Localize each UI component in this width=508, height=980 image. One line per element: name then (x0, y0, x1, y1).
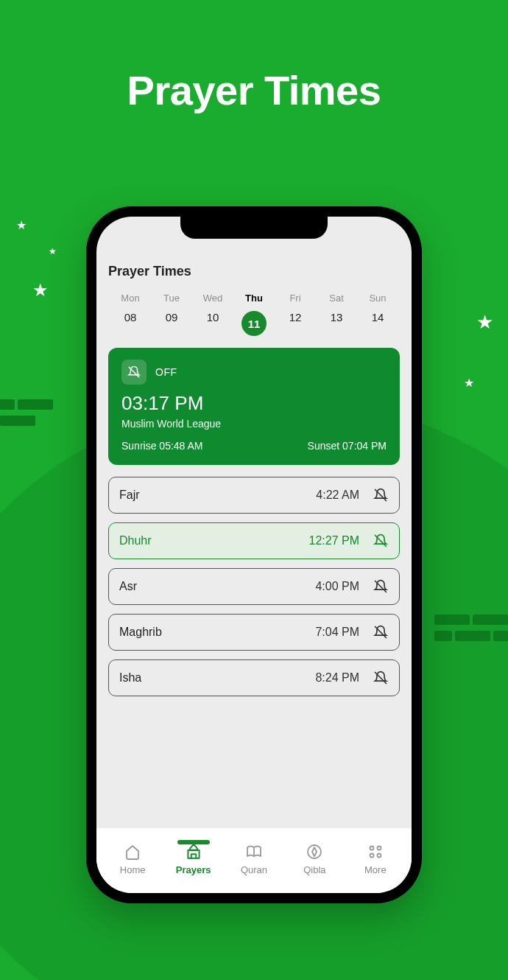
qibla-icon (306, 843, 323, 861)
phone-frame: Prayer Times Mon08Tue09Wed10Thu11Fri12Sa… (86, 206, 422, 903)
prayer-time: 7:04 PM (297, 626, 359, 639)
prayer-row[interactable]: Fajr4:22 AM (108, 477, 400, 514)
nav-active-indicator (177, 840, 210, 844)
sunrise-label: Sunrise 05:48 AM (121, 440, 203, 452)
day-selector-item[interactable]: Wed10 (192, 293, 233, 336)
day-selector-item[interactable]: Sat13 (316, 293, 357, 336)
star-icon: ★ (49, 246, 57, 256)
bell-off-icon (373, 625, 388, 640)
prayer-time: 4:22 AM (297, 489, 359, 502)
day-selector-item[interactable]: Tue09 (151, 293, 192, 336)
alarm-state-label: OFF (155, 366, 177, 378)
day-number-label: 14 (357, 311, 398, 323)
bell-off-icon (373, 579, 388, 594)
phone-notch (180, 217, 328, 239)
day-number-label: 09 (151, 311, 192, 323)
day-number-label: 12 (275, 311, 316, 323)
current-prayer-card: OFF 03:17 PM Muslim World League Sunrise… (108, 348, 400, 465)
day-of-week-label: Sat (316, 293, 357, 304)
nav-label: Prayers (163, 864, 223, 875)
brick-decoration (0, 398, 54, 430)
bell-off-icon (373, 671, 388, 685)
day-of-week-label: Thu (233, 293, 275, 304)
sunset-label: Sunset 07:04 PM (308, 440, 387, 452)
svg-point-3 (370, 853, 373, 857)
nav-tab-more[interactable]: More (345, 842, 406, 875)
quran-icon (244, 843, 264, 861)
prayer-name: Isha (119, 671, 297, 685)
phone-screen: Prayer Times Mon08Tue09Wed10Thu11Fri12Sa… (96, 217, 412, 893)
nav-label: Qibla (284, 864, 345, 875)
bottom-navbar: HomePrayersQuranQiblaMore (96, 828, 412, 893)
svg-point-2 (377, 846, 381, 850)
day-number-label: 13 (316, 311, 357, 323)
bell-off-icon (127, 365, 141, 379)
svg-point-4 (377, 853, 381, 857)
bell-off-icon (373, 533, 388, 548)
alarm-toggle-button[interactable] (121, 360, 147, 385)
prayer-alarm-toggle[interactable] (373, 671, 389, 685)
nav-label: Home (102, 864, 163, 875)
prayer-row[interactable]: Asr4:00 PM (108, 568, 400, 605)
day-selector: Mon08Tue09Wed10Thu11Fri12Sat13Sun14 (108, 293, 400, 345)
star-icon: ★ (16, 218, 27, 232)
day-of-week-label: Fri (275, 293, 316, 304)
home-icon (124, 843, 141, 861)
prayer-name: Maghrib (119, 626, 297, 639)
day-of-week-label: Wed (192, 293, 233, 304)
day-selector-item[interactable]: Sun14 (357, 293, 398, 336)
star-icon: ★ (32, 280, 49, 301)
prayer-alarm-toggle[interactable] (373, 533, 389, 548)
prayer-name: Fajr (119, 489, 297, 502)
prayer-alarm-toggle[interactable] (373, 625, 389, 640)
prayer-time: 12:27 PM (297, 534, 359, 547)
prayer-row[interactable]: Isha8:24 PM (108, 659, 400, 696)
day-selector-item[interactable]: Mon08 (110, 293, 151, 336)
prayer-alarm-toggle[interactable] (373, 488, 389, 503)
day-number-label: 10 (192, 311, 233, 323)
prayer-name: Dhuhr (119, 534, 297, 547)
prayer-time: 4:00 PM (297, 580, 359, 593)
nav-tab-prayers[interactable]: Prayers (163, 842, 223, 875)
svg-point-1 (370, 846, 373, 850)
star-icon: ★ (476, 311, 493, 334)
nav-tab-home[interactable]: Home (102, 842, 163, 875)
day-of-week-label: Sun (357, 293, 398, 304)
prayer-list: Fajr4:22 AMDhuhr12:27 PMAsr4:00 PMMaghri… (108, 477, 400, 696)
bell-off-icon (373, 488, 388, 503)
day-of-week-label: Mon (110, 293, 151, 304)
day-number-label: 11 (241, 311, 267, 336)
star-icon: ★ (464, 376, 474, 390)
prayer-alarm-toggle[interactable] (373, 579, 389, 594)
nav-label: More (345, 864, 406, 875)
day-of-week-label: Tue (151, 293, 192, 304)
calculation-method: Muslim World League (121, 418, 387, 430)
prayer-row[interactable]: Dhuhr12:27 PM (108, 522, 400, 559)
nav-label: Quran (224, 864, 284, 875)
prayer-time: 8:24 PM (297, 671, 359, 685)
day-selector-item[interactable]: Fri12 (275, 293, 316, 336)
nav-tab-qibla[interactable]: Qibla (284, 842, 345, 875)
more-icon (367, 843, 384, 861)
day-number-label: 08 (110, 311, 151, 323)
day-selector-item[interactable]: Thu11 (233, 293, 275, 336)
promo-title: Prayer Times (0, 66, 508, 114)
page-title: Prayer Times (108, 264, 400, 279)
current-time: 03:17 PM (121, 392, 387, 415)
prayer-row[interactable]: Maghrib7:04 PM (108, 614, 400, 651)
prayer-name: Asr (119, 580, 297, 593)
mosque-icon (184, 842, 203, 861)
brick-decoration (433, 613, 508, 645)
nav-tab-quran[interactable]: Quran (224, 842, 284, 875)
